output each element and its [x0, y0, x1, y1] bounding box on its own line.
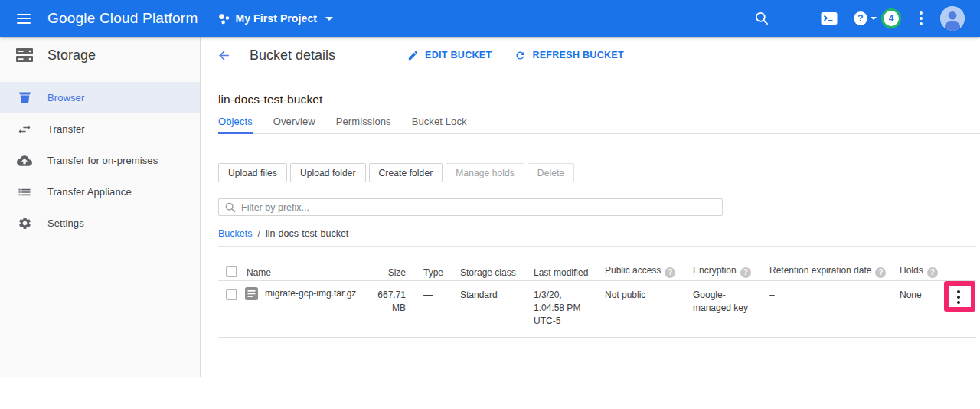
- column-last-modified: Last modified: [524, 247, 595, 281]
- column-public-access: Public access: [595, 247, 683, 281]
- upload-files-button[interactable]: Upload files: [218, 163, 287, 182]
- project-name: My First Project: [235, 12, 317, 25]
- main-panel: Bucket details EDIT BUCKET REFRESH BUCKE…: [201, 37, 980, 377]
- storage-product-icon: [15, 47, 34, 63]
- bucket-icon: [17, 90, 32, 106]
- last-modified-cell: 1/3/20, 1:04:58 PM UTC-5: [524, 281, 595, 338]
- column-retention: Retention expiration date: [760, 247, 890, 281]
- search-icon: [225, 202, 236, 213]
- chevron-down-icon: [871, 17, 877, 20]
- sidebar-item-settings[interactable]: Settings: [0, 208, 200, 239]
- sidebar-header: Storage: [0, 37, 200, 74]
- help-icon[interactable]: [875, 267, 886, 278]
- type-cell: —: [413, 281, 450, 338]
- help-icon[interactable]: [665, 267, 675, 278]
- holds-cell: None: [890, 281, 937, 338]
- manage-holds-button[interactable]: Manage holds: [446, 163, 524, 182]
- tab-bucket-lock[interactable]: Bucket Lock: [412, 116, 467, 133]
- tab-objects[interactable]: Objects: [218, 116, 253, 133]
- objects-table: Name Size Type Storage class Last modifi…: [218, 246, 976, 338]
- delete-button[interactable]: Delete: [528, 163, 574, 182]
- tab-permissions[interactable]: Permissions: [336, 116, 391, 133]
- upload-folder-button[interactable]: Upload folder: [290, 163, 366, 182]
- swap-arrows-icon: [17, 122, 32, 137]
- object-link[interactable]: migrate-gcp-img.tar.gz: [265, 287, 356, 300]
- annotation-highlight: [944, 281, 975, 312]
- column-name: Name: [241, 247, 377, 281]
- sidebar-title: Storage: [47, 47, 96, 64]
- storage-class-cell: Standard: [450, 281, 524, 338]
- chevron-down-icon: [325, 17, 333, 21]
- refresh-bucket-button[interactable]: REFRESH BUCKET: [514, 50, 623, 61]
- cloud-shell-icon[interactable]: [821, 11, 838, 25]
- breadcrumb-buckets-link[interactable]: Buckets: [218, 228, 252, 239]
- pencil-icon: [407, 50, 419, 61]
- project-selector[interactable]: My First Project: [218, 12, 333, 25]
- gear-icon: [17, 216, 32, 231]
- back-arrow-icon[interactable]: [217, 48, 231, 63]
- column-encryption: Encryption: [683, 247, 760, 281]
- breadcrumb: Buckets / lin-docs-test-bucket: [218, 228, 980, 239]
- help-menu[interactable]: ?: [854, 11, 877, 25]
- filter-box: [218, 198, 723, 216]
- column-type: Type: [413, 247, 450, 281]
- tab-bar: Objects Overview Permissions Bucket Lock: [218, 116, 980, 134]
- appliance-list-icon: [17, 185, 32, 200]
- menu-icon[interactable]: [17, 14, 31, 24]
- filter-input[interactable]: [241, 202, 722, 213]
- column-holds: Holds: [890, 247, 937, 281]
- person-icon: [940, 6, 965, 31]
- tab-overview[interactable]: Overview: [273, 116, 315, 133]
- table-header-row: Name Size Type Storage class Last modifi…: [218, 247, 976, 281]
- more-options-icon[interactable]: [920, 11, 923, 27]
- page-title: Bucket details: [250, 47, 335, 64]
- actions-toolbar: Upload files Upload folder Create folder…: [218, 163, 980, 182]
- bucket-name-title: lin-docs-test-bucket: [218, 93, 980, 106]
- page-header: Bucket details EDIT BUCKET REFRESH BUCKE…: [201, 37, 980, 74]
- breadcrumb-current: lin-docs-test-bucket: [266, 228, 348, 239]
- project-icon: [218, 13, 230, 25]
- select-all-checkbox[interactable]: [226, 266, 237, 277]
- sidebar-item-transfer-appliance[interactable]: Transfer Appliance: [0, 176, 200, 208]
- brand-title[interactable]: Google Cloud Platform: [47, 10, 198, 27]
- sidebar: Storage Browser Transfer Transfer for on…: [0, 37, 201, 377]
- sidebar-item-browser[interactable]: Browser: [0, 82, 200, 113]
- encryption-cell: Google-managed key: [683, 281, 760, 338]
- public-access-cell: Not public: [595, 281, 683, 338]
- avatar[interactable]: [940, 6, 965, 31]
- create-folder-button[interactable]: Create folder: [369, 163, 443, 182]
- sidebar-item-transfer[interactable]: Transfer: [0, 113, 200, 145]
- refresh-icon: [514, 50, 526, 61]
- row-checkbox[interactable]: [226, 289, 237, 300]
- help-icon[interactable]: [927, 267, 938, 278]
- help-icon[interactable]: [740, 267, 751, 278]
- sidebar-item-transfer-on-premises[interactable]: Transfer for on-premises: [0, 145, 200, 176]
- size-cell: 667.71 MB: [377, 281, 413, 338]
- table-row: migrate-gcp-img.tar.gz 667.71 MB — Stand…: [218, 281, 976, 338]
- cloud-upload-icon: [17, 153, 32, 169]
- help-icon: ?: [854, 11, 867, 25]
- notifications-badge[interactable]: 4: [881, 8, 901, 28]
- top-app-bar: Google Cloud Platform My First Project ?…: [0, 0, 980, 37]
- object-name-cell: migrate-gcp-img.tar.gz: [241, 281, 377, 309]
- file-icon: [245, 287, 258, 300]
- edit-bucket-button[interactable]: EDIT BUCKET: [407, 50, 492, 61]
- column-size: Size: [377, 247, 413, 281]
- retention-cell: –: [760, 281, 890, 338]
- column-storage-class: Storage class: [450, 247, 524, 281]
- search-icon[interactable]: [755, 11, 769, 25]
